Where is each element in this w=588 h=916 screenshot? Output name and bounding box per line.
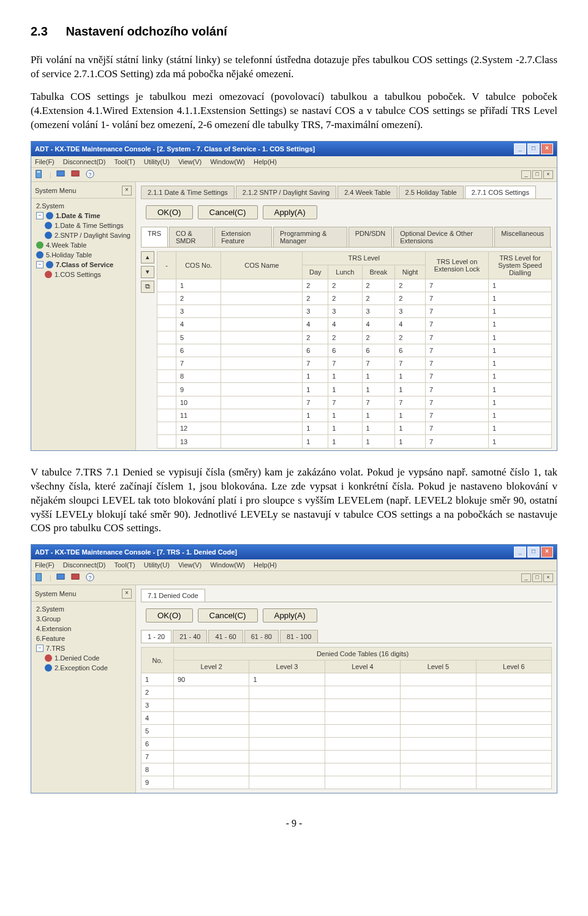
cell[interactable] [157, 357, 176, 370]
cell[interactable] [401, 776, 476, 789]
table-row[interactable]: 9 [141, 776, 552, 789]
cell[interactable]: 3 [141, 699, 174, 712]
cell[interactable]: 1 [249, 673, 325, 686]
col-trslevel[interactable]: TRS Level [303, 251, 426, 265]
cell[interactable]: 1 [395, 409, 426, 422]
cell[interactable]: 1 [328, 409, 362, 422]
cell[interactable]: 7 [426, 292, 489, 305]
table-row[interactable]: 5 [141, 725, 552, 738]
tree-item[interactable]: 2.System [31, 604, 135, 614]
tree-item[interactable]: 6.Feature [31, 634, 135, 643]
menu-item[interactable]: Window(W) [210, 561, 245, 569]
tab[interactable]: 2.1.1 Date & Time Settings [141, 186, 235, 199]
cell[interactable] [174, 763, 249, 776]
table-row[interactable]: 11111171 [157, 409, 552, 422]
cell[interactable]: 4 [328, 318, 362, 331]
col-l4[interactable]: Level 4 [325, 661, 400, 673]
cell[interactable]: 5 [141, 725, 174, 738]
cell[interactable] [174, 699, 249, 712]
cell[interactable]: 1 [489, 370, 552, 383]
cell[interactable]: 1 [303, 422, 328, 435]
tree-item-active[interactable]: 1.Denied Code [40, 653, 135, 663]
table-row[interactable]: 2222271 [157, 292, 552, 305]
screen-blue-icon[interactable] [56, 170, 66, 180]
cell[interactable] [221, 318, 303, 331]
cell[interactable]: 1 [489, 409, 552, 422]
cell[interactable] [221, 331, 303, 344]
mdi-restore-icon[interactable]: □ [532, 573, 542, 582]
cancel-button[interactable]: Cancel(C) [198, 608, 258, 623]
cell[interactable] [221, 422, 303, 435]
col-lunch[interactable]: Lunch [328, 265, 362, 279]
cell[interactable]: 7 [426, 409, 489, 422]
range-tab[interactable]: 21 - 40 [173, 630, 207, 643]
cell[interactable]: 2 [303, 279, 328, 292]
cell[interactable]: 2 [303, 331, 328, 344]
cell[interactable]: 7 [303, 357, 328, 370]
table-row[interactable]: 4444471 [157, 318, 552, 331]
cell[interactable] [476, 738, 551, 751]
menu-item[interactable]: Utility(U) [144, 561, 170, 569]
apply-button[interactable]: Apply(A) [263, 608, 317, 623]
tree-item-active[interactable]: 1.COS Settings [40, 270, 135, 279]
cell[interactable]: 90 [174, 673, 249, 686]
cell[interactable]: 3 [176, 305, 221, 318]
table-row[interactable]: 5222271 [157, 331, 552, 344]
range-tab[interactable]: 61 - 80 [244, 630, 279, 643]
cell[interactable] [476, 686, 551, 699]
close-button[interactable]: × [541, 547, 553, 558]
cell[interactable] [401, 686, 476, 699]
cell[interactable]: 1 [489, 318, 552, 331]
range-tab[interactable]: 41 - 60 [208, 630, 243, 643]
cell[interactable]: 6 [141, 738, 174, 751]
cell[interactable]: 3 [303, 305, 328, 318]
col-l6[interactable]: Level 6 [476, 661, 551, 673]
cell[interactable]: 7 [426, 344, 489, 357]
maximize-button[interactable]: □ [527, 547, 540, 558]
cell[interactable] [221, 396, 303, 409]
maximize-button[interactable]: □ [527, 143, 540, 154]
cell[interactable]: 1 [303, 435, 328, 448]
tree-root[interactable]: 2.System [31, 201, 135, 211]
mdi-restore-icon[interactable]: □ [532, 170, 542, 179]
menu-item[interactable]: View(V) [178, 561, 202, 569]
cell[interactable] [401, 738, 476, 751]
cell[interactable] [221, 305, 303, 318]
subtab[interactable]: Extension Feature [214, 227, 272, 247]
menu-item[interactable]: Tool(T) [114, 561, 135, 569]
col-speed[interactable]: TRS Level for System Speed Dialling [489, 251, 552, 279]
cell[interactable]: 2 [176, 292, 221, 305]
menu-item[interactable]: Help(H) [254, 561, 277, 569]
cell[interactable]: 7 [395, 357, 426, 370]
cell[interactable] [157, 318, 176, 331]
sd-card-icon[interactable] [35, 573, 45, 583]
cell[interactable]: 1 [362, 435, 395, 448]
cell[interactable]: 1 [489, 344, 552, 357]
cell[interactable] [157, 435, 176, 448]
cell[interactable] [249, 686, 325, 699]
subtab[interactable]: CO & SMDR [169, 227, 213, 247]
cell[interactable] [157, 409, 176, 422]
cell[interactable] [157, 331, 176, 344]
cell[interactable] [401, 751, 476, 763]
cell[interactable]: 1 [489, 396, 552, 409]
cell[interactable]: 1 [303, 409, 328, 422]
subtab[interactable]: PDN/SDN [349, 227, 393, 247]
cell[interactable] [325, 738, 400, 751]
cell[interactable]: 2 [328, 331, 362, 344]
cell[interactable]: 1 [176, 279, 221, 292]
tab[interactable]: 2.4 Week Table [337, 186, 397, 199]
tab-active[interactable]: 2.7.1 COS Settings [465, 186, 536, 199]
cell[interactable]: 7 [303, 396, 328, 409]
tab-active[interactable]: 7.1 Denied Code [141, 589, 205, 602]
tree-item[interactable]: 3.Group [31, 614, 135, 624]
cell[interactable]: 1 [489, 331, 552, 344]
col-l5[interactable]: Level 5 [401, 661, 476, 673]
tree-item[interactable]: −7.Class of Service [31, 260, 135, 270]
cell[interactable]: 5 [176, 331, 221, 344]
cell[interactable] [476, 776, 551, 789]
panel-close-icon[interactable]: × [122, 186, 132, 195]
cell[interactable]: 1 [489, 422, 552, 435]
table-row[interactable]: 13111171 [157, 435, 552, 448]
cell[interactable]: 8 [141, 763, 174, 776]
